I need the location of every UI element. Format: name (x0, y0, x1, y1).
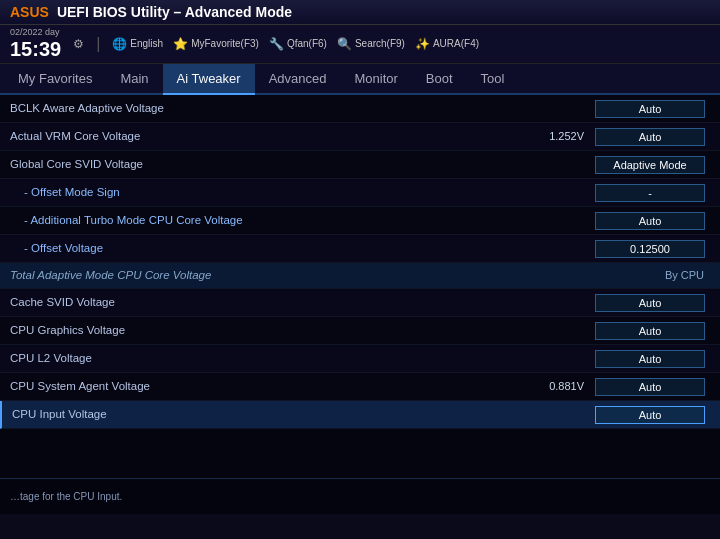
date-label: 02/2022 day (10, 28, 61, 38)
time-display: 15:39 (10, 38, 61, 60)
toolbar-item[interactable]: 🔧Qfan(F6) (269, 37, 327, 51)
control-box[interactable]: Adaptive Mode (595, 156, 705, 174)
setting-info-value: By CPU (624, 269, 704, 281)
nav-tab-main[interactable]: Main (106, 64, 162, 93)
setting-label: CPU Input Voltage (12, 408, 590, 420)
setting-row[interactable]: CPU Input VoltageAuto (0, 401, 720, 429)
info-bar: 02/2022 day 15:39 ⚙ | 🌐English⭐MyFavorit… (0, 25, 720, 64)
toolbar-item[interactable]: 🌐English (112, 37, 163, 51)
setting-label: Total Adaptive Mode CPU Core Voltage (10, 269, 624, 281)
settings-list: BCLK Aware Adaptive VoltageAutoActual VR… (0, 95, 720, 478)
setting-row: - Offset Mode Sign- (0, 179, 720, 207)
setting-control[interactable]: Auto (590, 405, 710, 424)
control-box[interactable]: Auto (595, 294, 705, 312)
setting-control[interactable]: Auto (590, 211, 710, 230)
toolbar-label: English (130, 38, 163, 49)
setting-control[interactable]: 0.12500 (590, 239, 710, 258)
toolbar-label: Qfan(F6) (287, 38, 327, 49)
toolbar-icon: 🌐 (112, 37, 127, 51)
setting-control[interactable]: - (590, 183, 710, 202)
app-title: UEFI BIOS Utility – Advanced Mode (57, 4, 292, 20)
setting-control[interactable]: Auto (590, 377, 710, 396)
toolbar-icon: 🔍 (337, 37, 352, 51)
setting-label: - Additional Turbo Mode CPU Core Voltage (10, 214, 590, 226)
control-box[interactable]: Auto (595, 322, 705, 340)
setting-label: Actual VRM Core Voltage (10, 130, 539, 142)
setting-label: Global Core SVID Voltage (10, 158, 590, 170)
setting-row: CPU L2 VoltageAuto (0, 345, 720, 373)
toolbar-item[interactable]: ✨AURA(F4) (415, 37, 479, 51)
nav-tab-monitor[interactable]: Monitor (341, 64, 412, 93)
control-box[interactable]: Auto (595, 350, 705, 368)
toolbar-label: MyFavorite(F3) (191, 38, 259, 49)
setting-control[interactable]: Auto (590, 321, 710, 340)
control-box[interactable]: Auto (595, 378, 705, 396)
control-box[interactable]: Auto (595, 100, 705, 118)
bottom-info-text: …tage for the CPU Input. (10, 491, 122, 502)
setting-label: BCLK Aware Adaptive Voltage (10, 102, 590, 114)
setting-control[interactable]: Auto (590, 127, 710, 146)
setting-control[interactable]: Auto (590, 349, 710, 368)
nav-tab-advanced[interactable]: Advanced (255, 64, 341, 93)
setting-value: 1.252V (539, 130, 584, 142)
setting-control[interactable]: Auto (590, 293, 710, 312)
setting-control[interactable]: Auto (590, 99, 710, 118)
setting-row: CPU Graphics VoltageAuto (0, 317, 720, 345)
toolbar-items: 🌐English⭐MyFavorite(F3)🔧Qfan(F6)🔍Search(… (112, 37, 479, 51)
setting-row: Cache SVID VoltageAuto (0, 289, 720, 317)
info-divider: | (96, 35, 100, 53)
toolbar-item[interactable]: 🔍Search(F9) (337, 37, 405, 51)
control-box[interactable]: Auto (595, 212, 705, 230)
setting-label: Cache SVID Voltage (10, 296, 590, 308)
setting-label: - Offset Mode Sign (10, 186, 590, 198)
setting-label: CPU Graphics Voltage (10, 324, 590, 336)
title-bar: ASUS UEFI BIOS Utility – Advanced Mode (0, 0, 720, 25)
toolbar-icon: 🔧 (269, 37, 284, 51)
control-box[interactable]: Auto (595, 406, 705, 424)
toolbar-icon: ⭐ (173, 37, 188, 51)
control-box[interactable]: 0.12500 (595, 240, 705, 258)
datetime-display: 02/2022 day 15:39 (10, 28, 61, 60)
settings-icon[interactable]: ⚙ (73, 37, 84, 51)
toolbar-icon: ✨ (415, 37, 430, 51)
bottom-bar: …tage for the CPU Input. (0, 478, 720, 514)
nav-tab-my-favorites[interactable]: My Favorites (4, 64, 106, 93)
control-box[interactable]: - (595, 184, 705, 202)
setting-control[interactable]: Adaptive Mode (590, 155, 710, 174)
brand-logo: ASUS (10, 4, 49, 20)
toolbar-label: AURA(F4) (433, 38, 479, 49)
setting-row: - Offset Voltage0.12500 (0, 235, 720, 263)
nav-tab-boot[interactable]: Boot (412, 64, 467, 93)
setting-row: Global Core SVID VoltageAdaptive Mode (0, 151, 720, 179)
setting-label: CPU L2 Voltage (10, 352, 590, 364)
toolbar-label: Search(F9) (355, 38, 405, 49)
setting-row: - Additional Turbo Mode CPU Core Voltage… (0, 207, 720, 235)
setting-label: - Offset Voltage (10, 242, 590, 254)
main-content: BCLK Aware Adaptive VoltageAutoActual VR… (0, 95, 720, 478)
setting-value: 0.881V (539, 380, 584, 392)
setting-row: CPU System Agent Voltage0.881VAuto (0, 373, 720, 401)
nav-tab-ai-tweaker[interactable]: Ai Tweaker (163, 64, 255, 93)
setting-label: CPU System Agent Voltage (10, 380, 539, 392)
control-box[interactable]: Auto (595, 128, 705, 146)
nav-tabs: My FavoritesMainAi TweakerAdvancedMonito… (0, 64, 720, 95)
setting-row: Total Adaptive Mode CPU Core VoltageBy C… (0, 263, 720, 289)
nav-tab-tool[interactable]: Tool (467, 64, 519, 93)
toolbar-item[interactable]: ⭐MyFavorite(F3) (173, 37, 259, 51)
setting-row: BCLK Aware Adaptive VoltageAuto (0, 95, 720, 123)
setting-row: Actual VRM Core Voltage1.252VAuto (0, 123, 720, 151)
